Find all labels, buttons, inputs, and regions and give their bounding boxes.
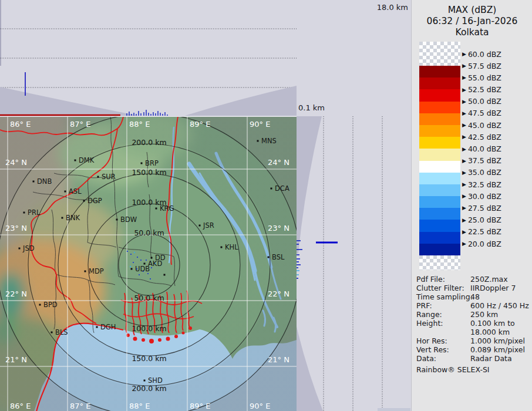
city-label: DMK: [79, 156, 95, 164]
radar-echo-pixel: [137, 257, 138, 258]
city-label: MNS: [261, 137, 277, 145]
city-label: JSR: [203, 221, 214, 230]
scale-label: 27.5 dBZ: [468, 204, 501, 213]
latitude-label: 23° N: [5, 224, 27, 233]
panel-edge: [378, 408, 410, 411]
meta-label: Clutter Filter:: [416, 284, 464, 292]
city-dot: [151, 257, 153, 259]
city-label: SUR: [102, 173, 116, 181]
city-dot: [141, 163, 143, 164]
city-label: BSL: [272, 253, 285, 261]
profile-background: [297, 116, 411, 411]
radar-echo-pixel: [130, 254, 132, 255]
longitude-label: 88° E: [129, 402, 150, 410]
longitude-label: 90° E: [250, 402, 270, 410]
city-label: BNK: [66, 214, 80, 222]
scale-label-row: ▶47.5 dBZ: [462, 109, 501, 118]
colorbar-band: [419, 137, 460, 149]
meta-value: Radar Data: [470, 354, 512, 363]
scale-label: 47.5 dBZ: [468, 109, 501, 117]
longitude-label: 90° E: [250, 120, 270, 129]
scale-label-row: ▶50.0 dBZ: [462, 97, 501, 106]
latitude-label: 21° N: [268, 355, 289, 364]
scale-tick-arrow-icon: ▶: [462, 146, 466, 152]
scale-label: 57.5 dBZ: [468, 62, 501, 70]
scale-label: 40.0 dBZ: [468, 144, 501, 153]
city-label: BPD: [43, 301, 58, 309]
city-dot: [156, 208, 157, 210]
city-dot: [39, 304, 41, 306]
scale-label-row: ▶45.0 dBZ: [462, 120, 501, 130]
meta-label: Data:: [416, 354, 436, 363]
ew-height-profile-panel[interactable]: [0, 0, 297, 116]
scale-tick-arrow-icon: ▶: [462, 99, 466, 105]
city-label: UDB: [135, 265, 150, 273]
city-dot: [221, 247, 223, 248]
meta-value: 250 km: [470, 310, 498, 319]
longitude-label: 86° E: [10, 402, 31, 410]
city-label: PRL: [28, 208, 41, 217]
scale-label-row: ▶32.5 dBZ: [462, 180, 501, 189]
latitude-label: 22° N: [5, 289, 27, 298]
city-label: DGH: [100, 323, 116, 331]
colorbar-band: [419, 66, 460, 78]
city-dot: [116, 219, 118, 221]
meta-label: Vert Res:: [416, 345, 449, 354]
meta-row: Vert Res:0.089 km/pixel: [412, 345, 532, 354]
scale-label-row: ▶20.0 dBZ: [462, 239, 501, 248]
range-ring-label: 100.0 km: [132, 324, 166, 333]
radar-site-name: Kolkata: [412, 27, 532, 38]
scale-label: 30.0 dBZ: [468, 192, 501, 201]
dbz-colorbar: [419, 42, 460, 270]
latitude-label: 21° N: [5, 355, 27, 364]
meta-value: 1.000 km/pixel: [470, 336, 525, 345]
city-label: BRP: [145, 159, 159, 167]
city-label: ASL: [69, 187, 82, 196]
city-label: DNB: [37, 177, 52, 186]
meta-label: Height:: [416, 319, 443, 328]
colorbar-band: [419, 149, 460, 160]
city-label: JSD: [22, 244, 35, 252]
legend-panel: MAX (dBZ) 06:32 / 16-Jan-2026 Kolkata Pd…: [411, 0, 532, 411]
range-ring-label: 50.0 km: [134, 228, 164, 237]
scale-tick-arrow-icon: ▶: [462, 170, 466, 176]
city-label: SHD: [148, 376, 163, 385]
range-ring-label: 200.0 km: [132, 384, 166, 393]
latitude-label: 23° N: [268, 224, 289, 233]
meta-row: Range:250 km: [412, 310, 532, 319]
scale-tick-arrow-icon: ▶: [462, 87, 466, 93]
city-dot: [51, 332, 53, 333]
city-label: BDW: [120, 215, 137, 224]
city-dot: [96, 326, 98, 328]
colorbar-band: [419, 173, 460, 184]
scale-label-row: ▶30.0 dBZ: [462, 191, 501, 201]
meta-value: 250Z.max: [470, 275, 508, 284]
city-dot: [271, 188, 272, 190]
ns-height-profile-panel[interactable]: [297, 116, 411, 411]
scale-tick-arrow-icon: ▶: [462, 217, 466, 223]
city-label: AKD: [148, 260, 162, 268]
scale-label-row: ▶35.0 dBZ: [462, 168, 501, 177]
radar-echo-pixel: [147, 273, 149, 274]
radar-echo-pixel: [133, 262, 134, 263]
scale-label: 42.5 dBZ: [468, 133, 501, 142]
radar-echo-pixel: [146, 260, 147, 261]
software-brand: Rainbow® SELEX-SI: [416, 365, 490, 374]
city-dot: [97, 176, 99, 178]
scale-tick-arrow-icon: ▶: [462, 158, 466, 164]
scale-label-row: ▶22.5 dBZ: [462, 227, 501, 237]
radar-echo-pixel: [134, 252, 135, 253]
scale-label: 22.5 dBZ: [468, 227, 501, 236]
city-dot: [268, 257, 270, 258]
city-label: DCA: [275, 184, 289, 193]
scale-tick-arrow-icon: ▶: [462, 75, 466, 80]
city-dot: [75, 160, 76, 161]
meta-row: Data:Radar Data: [412, 354, 532, 363]
colorbar-band: [419, 244, 460, 255]
meta-label: Range:: [416, 310, 442, 319]
radar-map-viewport[interactable]: DMKSURDNBASLDGPPRLBNKBDWBRPMNSDCAKRGJSRK…: [0, 116, 297, 411]
scale-tick-arrow-icon: ▶: [462, 193, 466, 199]
scale-label-row: ▶55.0 dBZ: [462, 73, 501, 82]
scale-label: 60.0 dBZ: [468, 50, 501, 59]
colorbar-band: [419, 184, 460, 196]
